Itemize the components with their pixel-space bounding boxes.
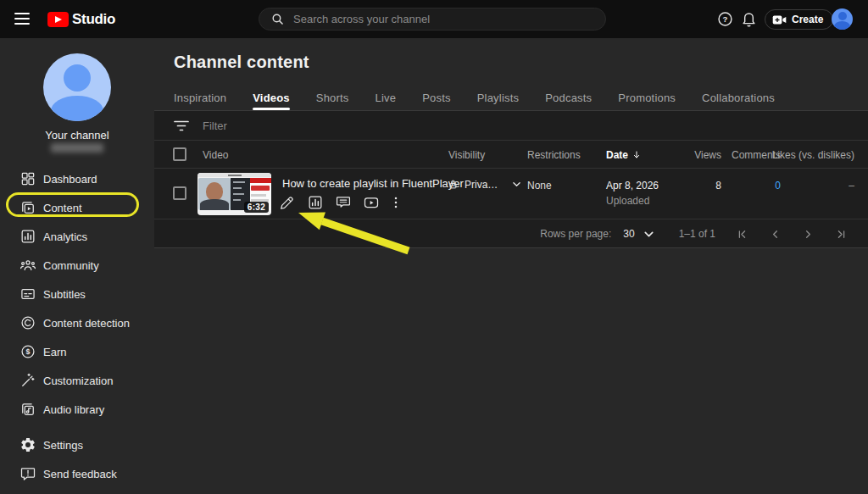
sidebar-item-audio-library[interactable]: Audio library: [0, 395, 154, 424]
sidebar-item-content-detection[interactable]: Content detection: [0, 308, 154, 337]
chevron-down-icon: [511, 179, 522, 190]
lock-icon: [447, 178, 459, 191]
date-status: Uploaded: [606, 195, 659, 207]
comments-link[interactable]: 0: [775, 180, 781, 191]
sidebar-item-label: Dashboard: [43, 173, 97, 186]
tab-promotions[interactable]: Promotions: [618, 85, 676, 110]
chevron-down-icon[interactable]: [643, 228, 655, 241]
menu-divider-gap: [0, 424, 154, 430]
sidebar-item-analytics[interactable]: Analytics: [0, 222, 154, 251]
studio-brand-label: Studio: [72, 11, 115, 28]
row-actions: [279, 194, 401, 211]
sidebar-item-label: Content: [43, 202, 82, 214]
community-icon: [19, 257, 36, 274]
sidebar-item-customization[interactable]: Customization: [0, 366, 154, 395]
tab-live[interactable]: Live: [376, 85, 397, 110]
column-header-video: Video: [203, 149, 228, 161]
tab-videos[interactable]: Videos: [253, 85, 290, 110]
thumbnail-art: [198, 173, 271, 177]
tab-collaborations[interactable]: Collaborations: [702, 85, 775, 110]
content-tabs: Inspiration Videos Shorts Live Posts Pla…: [174, 85, 775, 110]
subtitles-icon: [19, 286, 36, 303]
analytics-icon[interactable]: [307, 194, 324, 211]
column-header-date[interactable]: Date: [606, 149, 642, 161]
dashboard-icon: [19, 170, 36, 187]
avatar-art: [51, 96, 103, 121]
date-header-label: Date: [606, 149, 628, 161]
visibility-value: Priva…: [465, 179, 498, 191]
select-all-checkbox[interactable]: [173, 147, 186, 161]
thumbnail-art: [198, 178, 231, 210]
search-placeholder: Search across your channel: [293, 13, 430, 25]
sidebar-item-label: Settings: [43, 439, 83, 452]
column-header-views: Views: [694, 149, 721, 161]
tab-shorts[interactable]: Shorts: [316, 85, 349, 110]
column-header-restrictions: Restrictions: [527, 149, 581, 161]
watch-on-youtube-icon[interactable]: [363, 194, 380, 211]
restrictions-value: None: [527, 180, 552, 191]
sidebar-item-label: Customization: [43, 375, 113, 387]
sidebar-item-content[interactable]: Content: [0, 193, 154, 222]
filter-icon[interactable]: [174, 120, 189, 131]
tab-podcasts[interactable]: Podcasts: [545, 85, 592, 110]
analytics-icon: [19, 228, 36, 245]
visibility-dropdown[interactable]: Priva…: [447, 178, 522, 191]
sidebar-item-settings[interactable]: Settings: [0, 430, 154, 459]
video-title-link[interactable]: How to create playlist in FluentPlayer: [282, 177, 464, 190]
first-page-icon[interactable]: [736, 228, 748, 241]
create-button[interactable]: Create: [765, 9, 833, 30]
tab-posts[interactable]: Posts: [422, 85, 451, 110]
next-page-icon[interactable]: [802, 228, 815, 241]
sort-descending-icon: [632, 150, 642, 160]
sidebar-item-label: Audio library: [43, 403, 104, 416]
video-duration-badge: 6:32: [244, 202, 269, 213]
search-input[interactable]: Search across your channel: [259, 8, 606, 31]
row-checkbox[interactable]: [173, 186, 186, 200]
previous-page-icon[interactable]: [769, 228, 782, 241]
filter-input[interactable]: Filter: [203, 119, 227, 132]
last-page-icon[interactable]: [835, 228, 848, 241]
hamburger-menu-icon[interactable]: [14, 13, 30, 25]
sidebar-item-earn[interactable]: $ Earn: [0, 337, 154, 366]
sidebar-item-label: Content detection: [43, 317, 130, 330]
sidebar-item-label: Community: [43, 259, 99, 272]
sidebar-item-label: Send feedback: [43, 468, 117, 480]
channel-avatar[interactable]: [43, 53, 111, 121]
more-options-icon[interactable]: [391, 194, 401, 211]
pagination-bar: Rows per page: 30 1–1 of 1: [154, 219, 868, 248]
topbar: Studio Search across your channel ? Crea…: [0, 0, 868, 38]
avatar-art: [64, 64, 91, 92]
video-thumbnail[interactable]: 6:32: [198, 173, 271, 215]
tab-inspiration[interactable]: Inspiration: [174, 85, 226, 110]
edit-pencil-icon[interactable]: [279, 194, 296, 211]
settings-icon: [19, 436, 36, 453]
svg-text:?: ?: [723, 14, 728, 24]
column-header-visibility: Visibility: [448, 149, 485, 161]
avatar-art: [834, 21, 850, 30]
rows-per-page-value[interactable]: 30: [623, 228, 634, 240]
account-avatar[interactable]: [832, 8, 853, 30]
audio-library-icon: [19, 401, 36, 418]
views-value: 8: [715, 180, 721, 191]
sidebar-item-community[interactable]: Community: [0, 251, 154, 280]
sidebar-item-label: Earn: [43, 346, 66, 358]
date-cell: Apr 8, 2026 Uploaded: [606, 180, 659, 207]
rows-per-page-label: Rows per page:: [540, 228, 611, 240]
video-table: Filter Video Visibility Restrictions Dat…: [154, 110, 868, 248]
sidebar-item-subtitles[interactable]: Subtitles: [0, 280, 154, 308]
youtube-play-icon: [47, 12, 69, 27]
tab-playlists[interactable]: Playlists: [477, 85, 519, 110]
youtube-studio-logo[interactable]: Studio: [47, 11, 115, 28]
page-range-label: 1–1 of 1: [679, 228, 715, 240]
notifications-bell-icon[interactable]: [740, 10, 758, 28]
content-detection-icon: [19, 314, 36, 331]
comments-icon[interactable]: [335, 194, 352, 211]
create-camera-icon: [772, 14, 787, 26]
sidebar-item-dashboard[interactable]: Dashboard: [0, 164, 154, 193]
main-content: Channel content Inspiration Videos Short…: [154, 38, 868, 494]
page-title: Channel content: [174, 53, 309, 72]
sidebar-item-send-feedback[interactable]: Send feedback: [0, 459, 154, 488]
likes-value: –: [849, 180, 854, 191]
help-icon[interactable]: ?: [716, 10, 734, 28]
sidebar-item-label: Analytics: [43, 230, 87, 243]
